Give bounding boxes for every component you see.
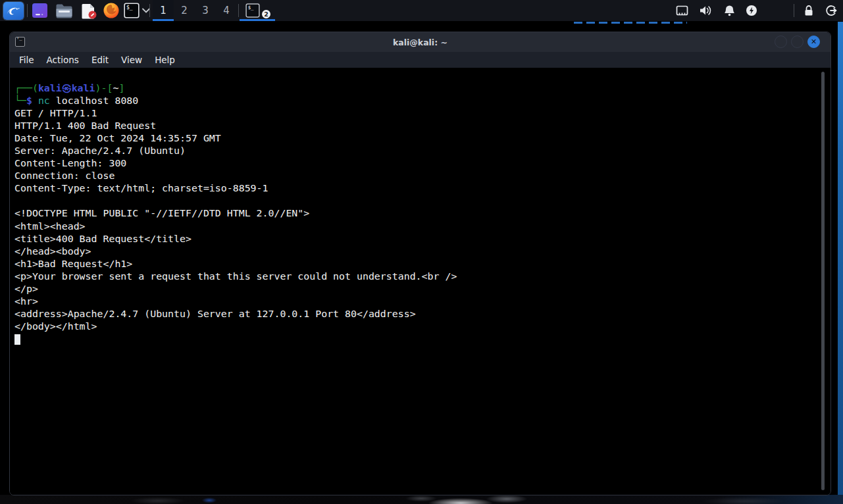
kali-menu-button[interactable] (3, 2, 24, 20)
panel-separator (27, 4, 28, 17)
workspace-label: 2 (181, 5, 188, 16)
menu-actions[interactable]: Actions (47, 55, 79, 65)
menu-edit[interactable]: Edit (91, 55, 109, 65)
svg-text:$_: $_ (248, 5, 254, 11)
logout-icon (825, 5, 837, 16)
prompt-mid: )-[ (95, 82, 113, 94)
menu-help[interactable]: Help (155, 55, 175, 65)
workspace-4[interactable]: 4 (216, 0, 237, 21)
tray-power-manager[interactable] (744, 0, 759, 21)
menu-bar: File Actions Edit View Help (10, 52, 830, 68)
prompt-line-2: └─$ nc localhost 8080 (14, 95, 820, 107)
terminal-icon: $_ (245, 3, 260, 18)
lock-icon (804, 5, 814, 16)
terminal-icon (15, 37, 25, 47)
launcher-app-window[interactable] (30, 2, 49, 19)
command-args: localhost 8080 (50, 95, 138, 107)
launcher-file-manager[interactable] (54, 2, 74, 19)
tray-notifications[interactable] (721, 0, 737, 21)
minimize-button[interactable] (775, 36, 787, 48)
window-titlebar[interactable]: kali@kali: ~ ✕ (10, 32, 830, 52)
launcher-text-editor[interactable] (79, 2, 99, 19)
wallpaper-bottom-strip (0, 495, 843, 504)
launcher-terminal[interactable]: $_ (122, 2, 141, 19)
volume-icon (699, 5, 712, 16)
terminal-cursor (14, 334, 20, 345)
prompt-symbol: $ (26, 95, 38, 107)
power-manager-icon (746, 5, 757, 16)
terminal-icon: $_ (124, 3, 140, 18)
kali-dragon-icon (6, 4, 21, 18)
terminal-output: GET / HTTP/1.1 HTTP/1.1 400 Bad Request … (14, 107, 820, 333)
panel-separator (149, 4, 150, 17)
launcher-firefox[interactable] (101, 2, 121, 19)
panel-separator (238, 4, 239, 17)
terminal-scrollbar[interactable] (821, 72, 825, 490)
prompt-close: ] (118, 82, 124, 94)
prompt-user: kali㉿kali (38, 82, 95, 94)
menu-file[interactable]: File (19, 55, 34, 65)
text-editor-icon (80, 3, 97, 19)
prompt-line-1: ┌──(kali㉿kali)-[~] (14, 82, 820, 95)
terminal-content[interactable]: ┌──(kali㉿kali)-[~] └─$ nc localhost 8080… (10, 68, 830, 495)
close-button[interactable]: ✕ (807, 36, 820, 48)
wallpaper-edge-strip (838, 0, 843, 504)
app-window-icon (32, 3, 48, 18)
window-count-badge: 2 (262, 10, 270, 18)
tray-logout[interactable] (823, 0, 839, 21)
top-panel: $_ 1 2 3 4 $_ 2 (0, 0, 843, 21)
svg-text:$_: $_ (126, 5, 133, 11)
taskbar-window-button[interactable]: $_ 2 (240, 0, 275, 21)
terminal-window: kali@kali: ~ ✕ File Actions Edit View He… (9, 32, 831, 495)
command-text: nc (38, 95, 50, 107)
menu-view[interactable]: View (121, 55, 142, 65)
prompt-open: ┌──( (14, 82, 38, 94)
maximize-button[interactable] (791, 36, 804, 48)
window-controls: ✕ (775, 36, 820, 48)
workspace-label: 4 (223, 5, 230, 16)
workspace-label: 3 (202, 5, 209, 16)
desktop: $_ 1 2 3 4 $_ 2 (0, 0, 843, 504)
file-manager-icon (55, 3, 73, 18)
panel-separator (794, 4, 794, 17)
tray-lock-screen[interactable] (801, 0, 817, 21)
workspace-1[interactable]: 1 (153, 0, 174, 21)
workspace-label: 1 (160, 5, 166, 16)
prompt-corner: └─ (14, 95, 26, 107)
workspace-2[interactable]: 2 (174, 0, 195, 21)
tray-network[interactable] (674, 0, 690, 21)
workspace-3[interactable]: 3 (195, 0, 216, 21)
firefox-icon (103, 2, 120, 19)
tray-volume[interactable] (698, 0, 713, 21)
window-title: kali@kali: ~ (10, 38, 830, 47)
ethernet-icon (676, 5, 688, 16)
notifications-bell-icon (724, 5, 735, 16)
